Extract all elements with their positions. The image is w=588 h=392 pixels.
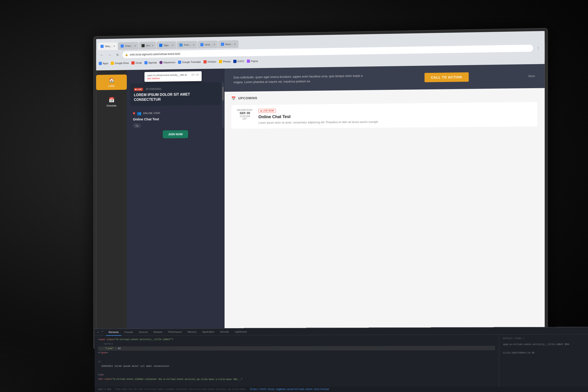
browser-tab-sign[interactable]: Sign... ✕ (157, 41, 176, 49)
code-line-esko: ESKO2021 lorem ipsum dolor sit amet cons… (98, 364, 495, 369)
upcoming-calendar-icon: 📅 (231, 96, 236, 100)
devtools-tab-memory[interactable]: Memory (185, 328, 199, 336)
bookmark-gmail[interactable]: Gmail (132, 61, 142, 64)
tooltip-selector: span.m-virtual-event-activity__title-la (147, 74, 187, 77)
devtools-tab-lighthouse[interactable]: Lighthouse (232, 328, 250, 335)
tab-close-icon[interactable]: ✕ (234, 43, 236, 45)
event-details: LIVE NOW Online Chat Test Lorem ipsum do… (258, 106, 533, 125)
live-event-card: LIVE AT ESKO2021 LOREM IPSUM DOLOR SIT A… (130, 82, 221, 106)
live-badge: LIVE (134, 88, 143, 91)
cta-description-text: Duis sollicitudin, quam eget viverra tin… (234, 74, 371, 85)
tooltip-subtitle: bel::before (147, 76, 199, 80)
tab-close-icon[interactable]: ✕ (152, 44, 154, 47)
bookmark-depanneur[interactable]: Dépanneur (160, 61, 176, 64)
devtools-computed-text: span.m-virtual-event-activity__title-lab… (503, 342, 588, 355)
tooltip-title-row: span.m-virtual-event-activity__title-la … (147, 73, 199, 77)
back-button[interactable]: ← (99, 52, 105, 58)
home-icon: 🏠 (108, 78, 114, 83)
tab-close-icon[interactable]: ✕ (172, 44, 174, 46)
live-now-badge: LIVE NOW (258, 109, 276, 113)
devtools-tab-security[interactable]: Security (217, 328, 232, 335)
devtools-content: <span class="m-virtual-event-activity__t… (95, 334, 588, 392)
devtools-panel: ⋄ 📱 Elements Console Sources Network Per… (95, 327, 588, 392)
browser-tab-pull[interactable]: Pull r... ✕ (177, 41, 197, 49)
event-timezone: EDT (236, 117, 254, 120)
devtools-tab-performance[interactable]: Performance (166, 328, 185, 336)
event-month-day: SEP. 09 (236, 111, 254, 115)
devtools-tab-elements[interactable]: Elements (106, 329, 121, 336)
refresh-button[interactable]: ↻ (114, 52, 121, 58)
browser-tab-notion[interactable]: (9+) ✕ (139, 42, 156, 50)
event-day-name: WEDNESDAY (236, 108, 254, 112)
code-line-at: at (98, 360, 495, 364)
chat-type-label: ONLINE CHAT (143, 112, 160, 114)
bookmark-agenda[interactable]: Agenda (144, 61, 157, 64)
devtools-url-link[interactable]: https://exfo.local.sigmund.ca/en/virtual… (250, 388, 329, 390)
chat-section: 👥 ONLINE CHAT Online Chat Test 5g JOIN N… (130, 108, 221, 141)
main-content: 🏠 Lobby 📅 Schedule span.m-virtual-event-… (96, 64, 545, 355)
whats-new-label[interactable]: What's New (98, 388, 111, 390)
event-panel: span.m-virtual-event-activity__title-la … (127, 69, 225, 349)
bookmark-translate[interactable]: Google Translate (178, 60, 201, 64)
cta-button[interactable]: CALL TO ACTION (424, 72, 469, 82)
code-line-div: <div class="m-virtual-event_sidebar-cont… (98, 377, 495, 382)
browser-tab-active[interactable]: Virtu... ✕ (98, 42, 117, 50)
event-main-title: Online Chat Test (258, 112, 533, 120)
sidebar-label-schedule: Schedule (106, 104, 116, 107)
bookmark-exfo[interactable]: EXFO (233, 60, 244, 63)
event-title: LOREM IPSUM DOLOR SIT AMET CONSECTETUR (134, 92, 218, 102)
right-panel: Duis sollicitudin, quam eget viverra tin… (225, 64, 545, 355)
url-text: exfo.local.sigmund.ca/en/virtual-event-t… (130, 52, 180, 56)
online-indicator (133, 112, 135, 114)
cta-banner: Duis sollicitudin, quam eget viverra tin… (225, 64, 545, 92)
devtools-tab-application[interactable]: Application (200, 328, 217, 335)
monitor-screen: Virtu... ✕ Chan... ✕ (9+) ✕ Sign... ✕ (96, 31, 545, 355)
event-description: Lorem ipsum dolor sit amet, consectetur … (258, 118, 533, 125)
devtools-styles-panel: Default Items ▾ span.m-virtual-event-act… (499, 334, 588, 392)
upcoming-section: 📅 UPCOMING WEDNESDAY SEP. 09 10:00 AM ED… (225, 88, 545, 355)
devtools-inspector-icon[interactable]: ⋄ (97, 331, 99, 334)
tab-close-icon[interactable]: ✕ (213, 43, 215, 46)
browser-tab-musi[interactable]: Musi... ✕ (218, 40, 239, 48)
more-button[interactable]: More (528, 74, 535, 78)
tab-close-icon[interactable]: ✕ (113, 45, 115, 48)
live-dot (135, 89, 136, 90)
code-line-4: </span> (98, 350, 495, 355)
element-tooltip: span.m-virtual-event-activity__title-la … (144, 71, 202, 82)
devtools-breadcrumb: html body div div div d-virtual-event_si… (116, 388, 246, 390)
devtools-elements-panel: <span class="m-virtual-event-activity__t… (95, 334, 499, 392)
browser-chrome: Virtu... ✕ Chan... ✕ (9+) ✕ Sign... ✕ (96, 31, 545, 70)
bookmark-photos[interactable]: Photos (219, 60, 230, 64)
code-line-blank2 (98, 368, 495, 374)
devtools-status-bar: What's New html body div div div d-virtu… (95, 386, 588, 392)
event-time: 10:00 AM (236, 114, 254, 118)
bookmark-apps[interactable]: Apps (99, 62, 108, 65)
event-row: WEDNESDAY SEP. 09 10:00 AM EDT LIVE NOW … (231, 102, 538, 129)
devtools-tab-sources[interactable]: Sources (136, 328, 150, 336)
sidebar-item-lobby[interactable]: 🏠 Lobby (96, 74, 127, 90)
scrollbar[interactable] (222, 82, 224, 128)
live-event-header: LIVE AT ESKO2021 (134, 86, 218, 91)
chat-title: Online Chat Test (133, 116, 218, 121)
join-now-button[interactable]: JOIN NOW (163, 130, 188, 138)
bookmark-google-drive[interactable]: Google Drive (111, 61, 128, 65)
browser-tab-chan[interactable]: Chan... ✕ (118, 42, 138, 50)
bookmark-invision[interactable]: InVision (204, 60, 216, 64)
sidebar-item-schedule[interactable]: 📅 Schedule (96, 94, 127, 110)
code-line-2: ::before (98, 341, 495, 346)
code-line-3: "Live" → $0 (98, 346, 495, 351)
tab-close-icon[interactable]: ✕ (134, 44, 136, 47)
chat-header: 👥 ONLINE CHAT (133, 110, 218, 116)
chat-icon: 👥 (137, 111, 141, 116)
devtools-tab-console[interactable]: Console (122, 329, 136, 336)
forward-button[interactable]: → (106, 52, 113, 58)
scroll-thumb[interactable] (222, 87, 224, 100)
bookmark-figma[interactable]: Figma (247, 60, 258, 63)
devtools-tab-network[interactable]: Network (151, 328, 165, 336)
live-now-dot (260, 110, 262, 112)
devtools-right-label: Default Items ▾ (503, 336, 588, 340)
profile-button[interactable]: ⋮ (535, 45, 542, 52)
browser-tab-wind[interactable]: wind... ✕ (198, 40, 218, 48)
tab-close-icon[interactable]: ✕ (193, 44, 194, 46)
devtools-mobile-icon[interactable]: 📱 (101, 331, 104, 334)
